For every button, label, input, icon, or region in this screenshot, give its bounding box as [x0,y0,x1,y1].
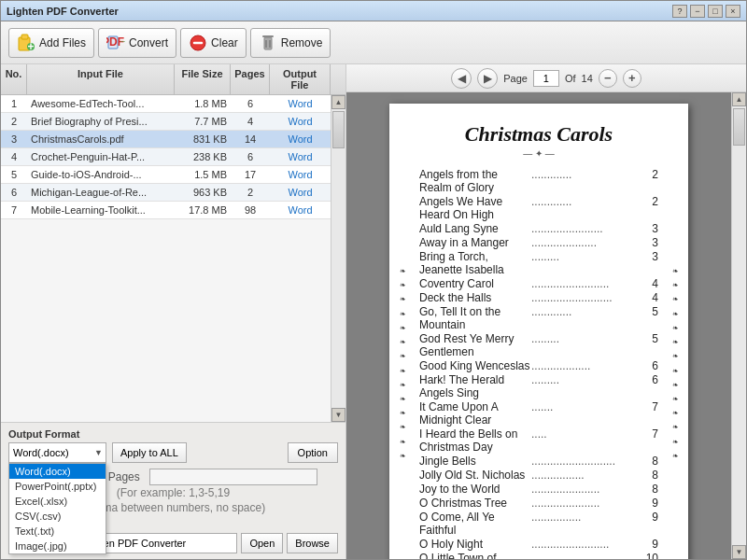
format-dropdown-trigger[interactable]: Word(.docx) ▼ [8,442,106,463]
preview-scroll-thumb[interactable] [733,108,745,146]
toc-page: 3 [643,222,658,235]
pages-input[interactable] [149,469,317,485]
toc-dots: ...................... [531,483,643,496]
add-files-label: Add Files [39,36,86,49]
cell-input: Brief Biography of Presi... [27,113,175,130]
scroll-down-button[interactable]: ▼ [331,408,345,422]
add-files-icon: + [17,34,35,52]
toc-entry: Coventry Carol.........................4 [419,277,658,290]
clear-label: Clear [211,36,238,49]
cell-output[interactable]: Word [270,131,331,147]
preview-scrollbar[interactable]: ▲ ▼ [731,92,746,559]
dropdown-item-csv[interactable]: CSV(.csv) [9,509,106,524]
svg-rect-1 [21,35,28,39]
table-scrollbar[interactable]: ▲ ▼ [331,95,345,422]
preview-scroll-up[interactable]: ▲ [732,92,746,106]
maximize-button[interactable]: □ [708,5,723,18]
cell-output[interactable]: Word [270,148,331,165]
toc-title: Joy to the World [419,483,531,496]
browse-folder-button[interactable]: Browse [287,533,338,553]
cell-output[interactable]: Word [270,166,331,183]
zoom-in-button[interactable]: + [623,69,641,88]
toc-entry: O Little Town of Bethlehem..........10 [419,552,658,559]
toc-dots: .......... [531,552,643,559]
toc-dots: .......................... [531,291,643,304]
toc-page: 6 [643,373,658,399]
zoom-out-button[interactable]: − [599,69,617,88]
total-pages: 14 [582,73,593,84]
next-page-button[interactable]: ▶ [477,68,498,89]
cell-output[interactable]: Word [270,184,331,201]
toc-entry: I Heard the Bells on Christmas Day.....7 [419,427,658,454]
toc-page: 3 [643,250,658,276]
toc-dots: ............. [531,305,643,331]
table-row[interactable]: 6 Michigan-League-of-Re... 963 KB 2 Word [1,184,331,202]
dropdown-item-xlsx[interactable]: Excel(.xlsx) [9,494,106,509]
cell-input: ChristmasCarols.pdf [27,131,175,147]
table-row[interactable]: 1 Awesome-EdTech-Tool... 1.8 MB 6 Word [1,95,331,113]
prev-page-button[interactable]: ◀ [451,68,472,89]
title-bar: Lighten PDF Converter ? − □ × [1,1,746,21]
toc-dots: ............. [531,195,643,221]
toc-title: Hark! The Herald Angels Sing [419,373,531,399]
open-folder-button[interactable]: Open [241,533,283,553]
dropdown-item-jpg[interactable]: Image(.jpg) [9,539,106,553]
toc-title: Go, Tell It on the Mountain [419,305,531,331]
toc-entry: O Holy Night.........................9 [419,538,658,551]
clear-button[interactable]: Clear [180,28,247,58]
toc-title: Angels We Have Heard On High [419,195,531,221]
toc-dots: ......... [531,332,643,358]
remove-button[interactable]: Remove [250,28,331,58]
close-button[interactable]: × [726,5,740,18]
toc-page: 8 [643,455,658,468]
toc-page: 7 [643,400,658,427]
cell-size: 7.7 MB [175,113,231,130]
help-button[interactable]: ? [672,5,687,18]
cell-pages: 2 [231,184,270,201]
toc-page: 8 [643,483,658,496]
col-size: File Size [175,64,231,94]
toc-entry: Deck the Halls..........................… [419,291,658,304]
minimize-button[interactable]: − [690,5,705,18]
toc-title: Bring a Torch, Jeanette Isabella [419,250,531,276]
dropdown-item-word[interactable]: Word(.docx) [9,464,106,479]
toc-dots: ................... [531,359,643,372]
of-label: Of [565,73,576,84]
cell-pages: 4 [231,113,270,130]
toc-entry: God Rest Ye Merry Gentlemen.........5 [419,332,658,358]
table-row[interactable]: 5 Guide-to-iOS-Android-... 1.5 MB 17 Wor… [1,166,331,184]
table-row[interactable]: 2 Brief Biography of Presi... 7.7 MB 4 W… [1,113,331,131]
format-selected-value: Word(.docx) [9,447,92,458]
cell-no: 3 [1,131,27,147]
option-button[interactable]: Option [288,442,338,463]
table-row[interactable]: 7 Mobile-Learning-Toolkit... 17.8 MB 98 … [1,202,331,219]
add-files-button[interactable]: + Add Files [8,28,94,58]
toc-entry: Joy to the World......................8 [419,483,658,496]
toc-entry: O Come, All Ye Faithful................9 [419,511,658,537]
cell-size: 17.8 MB [175,202,231,218]
cell-pages: 98 [231,202,270,218]
dropdown-item-txt[interactable]: Text(.txt) [9,524,106,539]
toc-title: O Come, All Ye Faithful [419,511,531,537]
table-row[interactable]: 3 ChristmasCarols.pdf 831 KB 14 Word [1,131,331,148]
preview-area: ❧ ❧ ❧ ❧ ❧ ❧ ❧ ❧ ❧ ❧ ❧ ❧ ❧ ❧ ❧ ❧ ❧ ❧ ❧ ❧ … [346,92,731,559]
toc-entry: O Christmas Tree......................9 [419,497,658,510]
convert-button[interactable]: PDF → Convert [98,28,176,58]
apply-all-button[interactable]: Apply to ALL [112,442,187,463]
toc-dots: ............. [531,168,643,194]
toc-page: 2 [643,195,658,221]
table-row[interactable]: 4 Crochet-Penguin-Hat-P... 238 KB 6 Word [1,148,331,166]
cell-output[interactable]: Word [270,113,331,130]
scroll-up-button[interactable]: ▲ [331,95,345,109]
dropdown-item-pptx[interactable]: PowerPoint(.pptx) [9,479,106,494]
preview-scroll-down[interactable]: ▼ [732,545,746,559]
main-area: No. Input File File Size Pages Output Fi… [1,64,746,559]
cell-output[interactable]: Word [270,202,331,218]
toc-dots: ................ [531,511,643,537]
cell-output[interactable]: Word [270,95,331,112]
scroll-thumb[interactable] [332,111,345,148]
page-number-input[interactable] [533,70,559,87]
page-label: Page [503,73,528,84]
toc-title: Coventry Carol [419,277,531,290]
toc-page: 9 [643,511,658,537]
